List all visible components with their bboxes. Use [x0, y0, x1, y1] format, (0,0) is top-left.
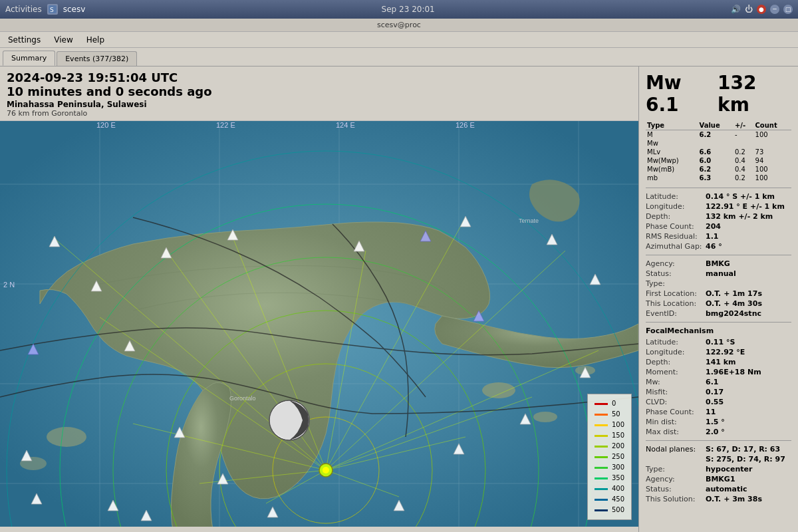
col-count: Count [754, 121, 791, 130]
svg-text:122 E: 122 E [216, 121, 235, 129]
settings-label: Settings [8, 35, 41, 45]
fm-depth-value: 141 km [706, 358, 791, 366]
phase-count-row: Phase Count: 204 [646, 222, 791, 231]
phase-count-label: Phase Count: [646, 222, 706, 231]
fm-this-solution-value: O.T. + 3m 38s [706, 495, 791, 503]
svg-text:120 E: 120 E [96, 121, 116, 129]
col-value: Value [698, 121, 733, 130]
latitude-row: Latitude: 0.14 ° S +/- 1 km [646, 192, 791, 201]
legend-item-300: 300 [595, 462, 624, 473]
tab-events[interactable]: Events (377/382) [57, 51, 137, 66]
fm-moment-row: Moment: 1.96E+18 Nm [646, 368, 791, 376]
volume-icon[interactable]: 🔊 [731, 5, 741, 14]
fm-misfit-row: Misfit: 0.17 [646, 388, 791, 396]
activities-label[interactable]: Activities [5, 5, 42, 14]
fm-type-label: Type: [646, 465, 706, 473]
titlebar: Activities S scesv Sep 23 20:01 🔊 ⏻ ● ─ … [0, 0, 798, 19]
type-row: Type: [646, 279, 791, 288]
type-label: Type: [646, 279, 706, 288]
fm-clvd-value: 0.55 [706, 398, 791, 406]
menu-view[interactable]: View [49, 34, 78, 46]
right-panel: Mw 6.1 132 km Type Value +/- Count M 6.2… [638, 66, 798, 532]
fm-max-dist-row: Max dist: 2.0 ° [646, 428, 791, 436]
svg-text:S: S [50, 7, 54, 13]
focal-mechanism-title: FocalMechanism [646, 327, 791, 335]
latitude-value: 0.14 ° S +/- 1 km [706, 192, 791, 201]
close-button[interactable]: ● [757, 5, 766, 14]
titlebar-right: 🔊 ⏻ ● ─ □ [731, 5, 793, 14]
legend-item-200: 200 [595, 441, 624, 452]
status-value: manual [706, 269, 791, 278]
fm-min-dist-label: Min dist: [646, 418, 706, 426]
svg-text:2 N: 2 N [3, 281, 15, 289]
first-location-value: O.T. + 1m 17s [706, 289, 791, 298]
fm-type-value: hypocenter [706, 465, 791, 473]
fm-phase-count-value: 11 [706, 408, 791, 416]
svg-text:124 E: 124 E [336, 121, 355, 129]
fm-status-value: automatic [706, 485, 791, 493]
divider-3 [646, 322, 791, 323]
table-row: MLv 6.6 0.2 73 [646, 148, 791, 156]
fm-longitude-row: Longitude: 122.92 °E [646, 348, 791, 356]
map-svg: 120 E 122 E 124 E 126 E 2 N [0, 121, 638, 527]
fm-this-solution-row: This Solution: O.T. + 3m 38s [646, 495, 791, 503]
fm-max-dist-label: Max dist: [646, 428, 706, 436]
svg-text:Gorontalo: Gorontalo [229, 395, 256, 402]
main-content: 2024-09-23 19:51:04 UTC 10 minutes and 0… [0, 66, 798, 532]
fm-agency-row: Agency: BMKG1 [646, 475, 791, 483]
nodal-planes-row2: S: 275, D: 74, R: 97 [646, 455, 791, 464]
fm-this-solution-label: This Solution: [646, 495, 706, 503]
map-container[interactable]: 120 E 122 E 124 E 126 E 2 N [0, 121, 638, 527]
fm-clvd-label: CLVD: [646, 398, 706, 406]
col-plusminus: +/- [733, 121, 754, 130]
event-id-row: EventID: bmg2024stnc [646, 309, 791, 318]
this-location-row: This Location: O.T. + 4m 30s [646, 299, 791, 308]
legend-item-450: 450 [595, 494, 624, 505]
fm-mw-value: 6.1 [706, 378, 791, 386]
fm-latitude-row: Latitude: 0.11 °S [646, 338, 791, 346]
tab-summary[interactable]: Summary [3, 51, 55, 66]
legend: 0 50 100 150 200 [587, 394, 632, 520]
fm-latitude-value: 0.11 °S [706, 338, 791, 346]
fm-depth-row: Depth: 141 km [646, 358, 791, 366]
depth-value: 132 km [718, 72, 791, 116]
fm-moment-value: 1.96E+18 Nm [706, 368, 791, 376]
status-row: Status: manual [646, 269, 791, 278]
azimuthal-label: Azimuthal Gap: [646, 242, 706, 251]
fm-status-row: Status: automatic [646, 485, 791, 493]
col-type: Type [646, 121, 698, 130]
legend-item-50: 50 [595, 409, 624, 420]
titlebar-left: Activities S scesv [5, 4, 85, 15]
subtitle-bar: scesv@proc [0, 19, 798, 32]
menu-help[interactable]: Help [81, 34, 110, 46]
menu-settings[interactable]: Settings [3, 34, 46, 46]
azimuthal-value: 46 ° [706, 242, 791, 251]
azimuthal-row: Azimuthal Gap: 46 ° [646, 242, 791, 251]
fm-agency-label: Agency: [646, 475, 706, 483]
agency-label: Agency: [646, 259, 706, 268]
latitude-label: Latitude: [646, 192, 706, 201]
rms-row: RMS Residual: 1.1 [646, 232, 791, 241]
table-row: Mw(mB) 6.2 0.4 100 [646, 165, 791, 174]
depth-label: Depth: [646, 212, 706, 221]
event-time-ago: 10 minutes and 0 seconds ago [7, 84, 632, 98]
nodal-planes-value1: S: 67, D: 17, R: 63 [706, 445, 791, 454]
rms-label: RMS Residual: [646, 232, 706, 241]
maximize-button[interactable]: □ [783, 5, 793, 14]
power-icon[interactable]: ⏻ [745, 5, 753, 14]
fm-agency-value: BMKG1 [706, 475, 791, 483]
event-datetime: 2024-09-23 19:51:04 UTC [7, 70, 632, 84]
app-name-label: scesv [63, 5, 86, 14]
tab-summary-label: Summary [11, 54, 47, 63]
legend-item-400: 400 [595, 483, 624, 494]
menubar: Settings View Help [0, 32, 798, 48]
type-value [706, 279, 791, 288]
app-icon: S [47, 4, 58, 15]
titlebar-center: Sep 23 20:01 [382, 5, 435, 14]
table-row: Mw [646, 139, 791, 148]
depth-row: Depth: 132 km +/- 2 km [646, 212, 791, 221]
this-location-value: O.T. + 4m 30s [706, 299, 791, 308]
table-row: M 6.2 - 100 [646, 130, 791, 140]
minimize-button[interactable]: ─ [770, 5, 779, 14]
event-header: 2024-09-23 19:51:04 UTC 10 minutes and 0… [0, 66, 638, 121]
